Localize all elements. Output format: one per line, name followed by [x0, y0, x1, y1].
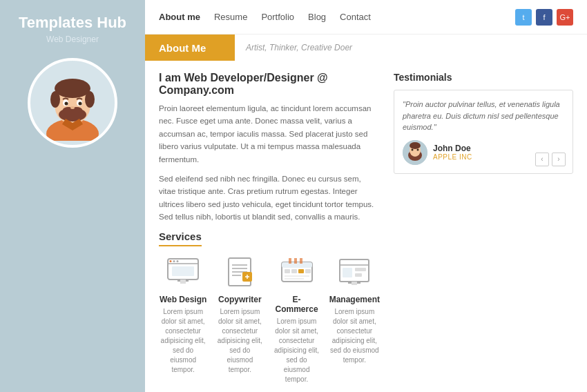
- testimonial-name: John Doe: [433, 144, 472, 153]
- testimonials-title: Testimonials: [394, 72, 573, 83]
- service-management: Management Lorem ipsum dolor sit amet, c…: [329, 255, 380, 384]
- svg-rect-36: [305, 269, 311, 273]
- testimonials-box: "Proin auctor pulvinar tellus, et venena…: [394, 90, 573, 174]
- nav-links: About me Resume Portfolio Blog Contact: [159, 12, 515, 22]
- svg-point-19: [177, 260, 179, 262]
- svg-point-18: [173, 260, 175, 262]
- testimonial-navigation: ‹ ›: [535, 153, 566, 166]
- copywriter-icon: [219, 255, 260, 289]
- sidebar: Templates Hub Web Designer: [0, 0, 145, 392]
- service-management-desc: Lorem ipsum dolor sit amet, consectetur …: [329, 307, 380, 365]
- svg-point-3: [55, 79, 90, 98]
- services-grid: Web Design Lorem ipsum dolor sit amet, c…: [159, 255, 380, 384]
- svg-point-53: [412, 148, 414, 150]
- service-ecommerce-name: E-Commerce: [272, 295, 320, 314]
- svg-point-13: [70, 106, 75, 109]
- top-navigation: About me Resume Portfolio Blog Contact t…: [145, 0, 587, 35]
- facebook-link[interactable]: f: [536, 9, 552, 26]
- svg-rect-33: [285, 269, 290, 273]
- nav-resume[interactable]: Resume: [214, 12, 247, 22]
- main-content: About me Resume Portfolio Blog Contact t…: [145, 0, 587, 392]
- svg-rect-22: [180, 280, 186, 284]
- services-title: Services: [159, 231, 202, 246]
- svg-rect-48: [352, 282, 357, 285]
- service-ecommerce-desc: Lorem ipsum dolor sit amet, consectetur …: [272, 317, 320, 384]
- svg-rect-44: [343, 268, 352, 277]
- bio-title: I am Web Developer/Designer @ Company.co…: [159, 72, 380, 97]
- gplus-link[interactable]: G+: [557, 9, 573, 26]
- service-web-design-desc: Lorem ipsum dolor sit amet, consectetur …: [159, 307, 207, 375]
- sidebar-title: Templates Hub: [19, 14, 126, 32]
- svg-point-17: [170, 260, 172, 262]
- service-web-design: Web Design Lorem ipsum dolor sit amet, c…: [159, 255, 207, 384]
- twitter-link[interactable]: t: [515, 9, 532, 26]
- svg-rect-39: [289, 258, 291, 264]
- content-right: Testimonials "Proin auctor pulvinar tell…: [394, 72, 573, 381]
- section-header-title: About Me: [145, 35, 235, 61]
- services-section: Services: [159, 231, 380, 384]
- svg-point-12: [79, 102, 82, 106]
- section-header-bar: About Me Artist, Thinker, Creative Doer: [145, 35, 587, 61]
- avatar-illustration: [35, 65, 110, 141]
- testimonial-avatar: [403, 140, 427, 165]
- nav-portfolio[interactable]: Portfolio: [261, 12, 294, 22]
- section-header-subtitle: Artist, Thinker, Creative Doer: [235, 43, 363, 52]
- service-copywriter-desc: Lorem ipsum dolor sit amet, consectetur …: [215, 307, 264, 375]
- management-icon: [334, 255, 375, 289]
- svg-point-4: [50, 91, 60, 108]
- sidebar-subtitle: Web Designer: [46, 35, 99, 44]
- service-ecommerce: E-Commerce Lorem ipsum dolor sit amet, c…: [272, 255, 320, 384]
- ecommerce-icon: [276, 255, 318, 289]
- nav-contact[interactable]: Contact: [340, 12, 371, 22]
- nav-blog[interactable]: Blog: [308, 12, 326, 22]
- svg-rect-40: [294, 258, 297, 264]
- svg-rect-20: [172, 266, 194, 276]
- svg-rect-35: [298, 269, 304, 273]
- svg-point-54: [417, 148, 419, 150]
- bio-paragraph-1: Proin laoreet elementum ligula, ac tinci…: [159, 102, 380, 166]
- svg-rect-34: [291, 269, 297, 273]
- content-left: I am Web Developer/Designer @ Company.co…: [159, 72, 380, 381]
- svg-rect-46: [355, 273, 362, 277]
- svg-point-5: [85, 91, 95, 108]
- svg-point-11: [65, 102, 68, 106]
- testimonial-prev-button[interactable]: ‹: [535, 153, 549, 166]
- service-web-design-name: Web Design: [159, 295, 207, 304]
- svg-rect-41: [300, 258, 302, 264]
- svg-rect-45: [355, 268, 366, 271]
- testimonial-author-info: John Doe APPLE INC: [433, 144, 472, 161]
- web-design-icon: [162, 255, 204, 289]
- service-copywriter-name: Copywriter: [215, 295, 264, 304]
- social-links: t f G+: [515, 9, 573, 26]
- nav-about-me[interactable]: About me: [159, 12, 200, 22]
- testimonial-company: APPLE INC: [433, 153, 472, 161]
- avatar: [28, 58, 117, 148]
- testimonial-quote: "Proin auctor pulvinar tellus, et venena…: [403, 99, 564, 133]
- service-copywriter: Copywriter Lorem ipsum dolor sit amet, c…: [215, 255, 264, 384]
- content-area: I am Web Developer/Designer @ Company.co…: [145, 61, 587, 392]
- bio-paragraph-2: Sed eleifend sed nibh nec fringilla. Don…: [159, 173, 380, 224]
- testimonial-next-button[interactable]: ›: [552, 153, 566, 166]
- service-management-name: Management: [329, 295, 380, 304]
- svg-point-52: [410, 142, 421, 149]
